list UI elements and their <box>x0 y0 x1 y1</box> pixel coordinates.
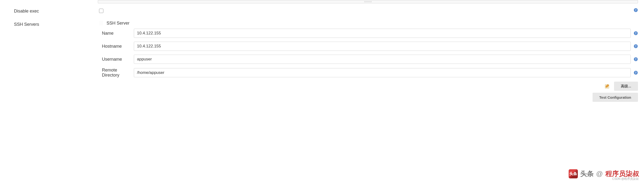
disable-exec-row: Disable exec ? <box>14 7 638 14</box>
disable-exec-label: Disable exec <box>14 7 98 14</box>
drag-handle-icon[interactable] <box>99 20 103 26</box>
ssh-servers-row: SSH Servers SSH Server Name ? Hostname <box>14 20 638 102</box>
name-input[interactable] <box>134 29 631 38</box>
hostname-input[interactable] <box>134 42 631 51</box>
remote-directory-label: Remote Directory <box>102 68 134 78</box>
remote-directory-input[interactable] <box>134 68 631 77</box>
help-icon[interactable]: ? <box>634 71 638 75</box>
advanced-button[interactable]: 高级... <box>614 82 638 91</box>
ssh-servers-label: SSH Servers <box>14 20 98 27</box>
test-button-row: Test Configuration <box>98 91 638 102</box>
svg-text:?: ? <box>635 45 636 48</box>
help-icon[interactable]: ? <box>634 57 638 61</box>
username-label: Username <box>102 57 134 62</box>
help-icon[interactable]: ? <box>634 31 638 35</box>
svg-text:?: ? <box>635 31 636 35</box>
grip-icon <box>364 1 372 2</box>
resize-handle[interactable] <box>98 0 638 3</box>
test-configuration-button[interactable]: Test Configuration <box>592 93 638 102</box>
help-icon[interactable]: ? <box>634 44 638 48</box>
name-field-row: Name ? <box>98 29 638 38</box>
watermark-prefix: 头条 <box>580 169 594 179</box>
remote-directory-field-row: Remote Directory ? <box>98 68 638 78</box>
username-field-row: Username ? <box>98 55 638 64</box>
ssh-server-title: SSH Server <box>106 21 130 26</box>
svg-text:?: ? <box>635 58 636 61</box>
svg-text:?: ? <box>635 8 636 12</box>
watermark-logo-icon: 头条 <box>569 169 578 179</box>
disable-exec-checkbox[interactable] <box>99 9 104 13</box>
edit-icon <box>604 83 610 89</box>
watermark-at: @ <box>596 170 603 178</box>
ssh-server-block: SSH Server Name ? Hostname ? <box>98 20 638 102</box>
hostname-field-row: Hostname ? <box>98 42 638 51</box>
hostname-label: Hostname <box>102 44 134 49</box>
svg-text:?: ? <box>635 71 636 74</box>
username-input[interactable] <box>134 55 631 64</box>
watermark-sub: CSDN @程序员柒叔 <box>612 177 639 181</box>
ssh-server-header: SSH Server <box>99 20 638 26</box>
help-icon[interactable]: ? <box>634 8 638 12</box>
name-label: Name <box>102 31 134 36</box>
form-container: Disable exec ? SSH Servers SSH Server Na… <box>14 7 638 104</box>
disable-exec-content: ? <box>98 7 638 13</box>
advanced-button-row: 高级... <box>98 82 638 91</box>
